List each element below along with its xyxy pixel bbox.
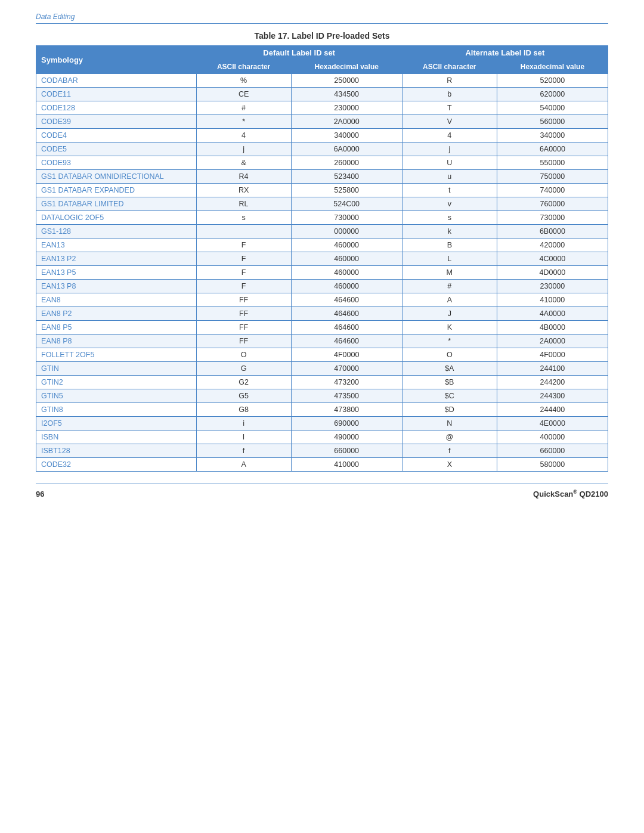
table-row: GTIN8 [36,403,197,417]
table-row: EAN13 P5 [36,266,197,280]
col-header-default: Default Label ID set [196,46,402,60]
table-title: Table 17. Label ID Pre-loaded Sets [36,31,608,41]
sub-header-alt-ascii: ASCII character [402,60,497,74]
table-row: GTIN5 [36,389,197,403]
section-title: Data Editing [36,13,75,21]
table-row: ISBT128 [36,444,197,458]
table-row: GTIN [36,362,197,376]
table-row: CODABAR [36,74,197,88]
table-row: FOLLETT 2OF5 [36,348,197,362]
table-row: CODE32 [36,458,197,472]
table-row: CODE93 [36,156,197,170]
label-id-table: Symbology Default Label ID set Alternate… [36,45,608,472]
table-row: CODE39 [36,115,197,129]
table-row: CODE11 [36,88,197,101]
footer-page-number: 96 [36,490,44,498]
table-row: EAN8 P2 [36,307,197,321]
table-row: DATALOGIC 2OF5 [36,211,197,225]
table-row: EAN8 P5 [36,321,197,335]
sub-header-def-ascii: ASCII character [196,60,291,74]
footer-product-name: QuickScan® QD2100 [533,489,608,498]
table-row: EAN13 P8 [36,280,197,293]
col-header-symbology: Symbology [36,46,197,74]
col-header-alternate: Alternate Label ID set [402,46,608,60]
sub-header-alt-hex: Hexadecimal value [497,60,608,74]
table-row: I2OF5 [36,417,197,431]
table-row: GS1-128 [36,225,197,239]
table-row: EAN13 P2 [36,252,197,266]
table-row: CODE4 [36,129,197,143]
table-row: GS1 DATABAR EXPANDED [36,184,197,197]
table-row: GTIN2 [36,376,197,389]
table-row: EAN8 [36,293,197,307]
table-row: GS1 DATABAR OMNIDIRECTIONAL [36,170,197,184]
table-row: CODE128 [36,101,197,115]
table-row: EAN8 P8 [36,335,197,348]
table-row: EAN13 [36,239,197,252]
table-row: GS1 DATABAR LIMITED [36,197,197,211]
sub-header-def-hex: Hexadecimal value [291,60,402,74]
table-row: CODE5 [36,143,197,156]
table-row: ISBN [36,431,197,444]
